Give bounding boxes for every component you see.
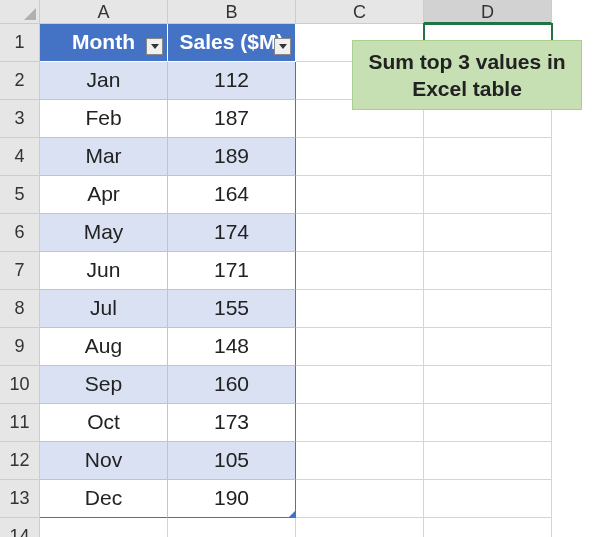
row-header-10[interactable]: 10 [0, 366, 40, 404]
row-header-12[interactable]: 12 [0, 442, 40, 480]
cell-D12[interactable] [424, 442, 552, 480]
cell-A11[interactable]: Oct [40, 404, 168, 442]
cell-A6[interactable]: May [40, 214, 168, 252]
cell-B10[interactable]: 160 [168, 366, 296, 404]
table-cell-month: Oct [87, 410, 120, 433]
table-header-month: Month [72, 30, 135, 53]
table-cell-sales: 187 [214, 106, 249, 129]
row-header-5[interactable]: 5 [0, 176, 40, 214]
cell-C8[interactable] [296, 290, 424, 328]
cell-B13[interactable]: 190 [168, 480, 296, 518]
cell-D7[interactable] [424, 252, 552, 290]
cell-D4[interactable] [424, 138, 552, 176]
cell-D14[interactable] [424, 518, 552, 537]
table-cell-sales: 171 [214, 258, 249, 281]
row-header-11[interactable]: 11 [0, 404, 40, 442]
filter-dropdown-icon[interactable] [274, 38, 291, 55]
row-header-9[interactable]: 9 [0, 328, 40, 366]
cell-A2[interactable]: Jan [40, 62, 168, 100]
row-header-2[interactable]: 2 [0, 62, 40, 100]
cell-B2[interactable]: 112 [168, 62, 296, 100]
cell-D9[interactable] [424, 328, 552, 366]
table-cell-sales: 164 [214, 182, 249, 205]
cell-B8[interactable]: 155 [168, 290, 296, 328]
cell-C10[interactable] [296, 366, 424, 404]
cell-A4[interactable]: Mar [40, 138, 168, 176]
table-cell-sales: 148 [214, 334, 249, 357]
table-cell-month: Apr [87, 182, 120, 205]
row-header-6[interactable]: 6 [0, 214, 40, 252]
col-header-A[interactable]: A [40, 0, 168, 24]
row-header-1[interactable]: 1 [0, 24, 40, 62]
row-header-8[interactable]: 8 [0, 290, 40, 328]
table-cell-month: Jun [87, 258, 121, 281]
select-all-corner[interactable] [0, 0, 40, 24]
cell-D6[interactable] [424, 214, 552, 252]
table-cell-month: Dec [85, 486, 122, 509]
table-cell-month: Aug [85, 334, 122, 357]
filter-dropdown-icon[interactable] [146, 38, 163, 55]
cell-D5[interactable] [424, 176, 552, 214]
cell-B7[interactable]: 171 [168, 252, 296, 290]
note-text: Sum top 3 values in Excel table [357, 48, 577, 103]
cell-A13[interactable]: Dec [40, 480, 168, 518]
cell-A9[interactable]: Aug [40, 328, 168, 366]
cell-B5[interactable]: 164 [168, 176, 296, 214]
cell-B4[interactable]: 189 [168, 138, 296, 176]
table-cell-sales: 105 [214, 448, 249, 471]
cell-A8[interactable]: Jul [40, 290, 168, 328]
cell-C13[interactable] [296, 480, 424, 518]
cell-D13[interactable] [424, 480, 552, 518]
cell-B1[interactable]: Sales ($M) [168, 24, 296, 62]
cell-A7[interactable]: Jun [40, 252, 168, 290]
table-cell-month: Sep [85, 372, 122, 395]
table-cell-sales: 160 [214, 372, 249, 395]
cell-C14[interactable] [296, 518, 424, 537]
cell-C6[interactable] [296, 214, 424, 252]
cell-A14[interactable] [40, 518, 168, 537]
col-header-C[interactable]: C [296, 0, 424, 24]
cell-A5[interactable]: Apr [40, 176, 168, 214]
row-header-14[interactable]: 14 [0, 518, 40, 537]
table-cell-month: Jul [90, 296, 117, 319]
cell-B6[interactable]: 174 [168, 214, 296, 252]
table-cell-sales: 112 [214, 68, 249, 91]
table-cell-sales: 174 [214, 220, 249, 243]
table-resize-handle[interactable] [288, 510, 296, 518]
table-cell-month: Jan [87, 68, 121, 91]
cell-C12[interactable] [296, 442, 424, 480]
table-cell-month: Feb [85, 106, 121, 129]
col-header-D[interactable]: D [424, 0, 552, 24]
table-cell-sales: 173 [214, 410, 249, 433]
row-header-4[interactable]: 4 [0, 138, 40, 176]
table-cell-month: Nov [85, 448, 122, 471]
note-box: Sum top 3 values in Excel table [352, 40, 582, 110]
cell-A12[interactable]: Nov [40, 442, 168, 480]
cell-A1[interactable]: Month [40, 24, 168, 62]
cell-A3[interactable]: Feb [40, 100, 168, 138]
row-header-13[interactable]: 13 [0, 480, 40, 518]
cell-C9[interactable] [296, 328, 424, 366]
cell-C5[interactable] [296, 176, 424, 214]
cell-C4[interactable] [296, 138, 424, 176]
cell-D11[interactable] [424, 404, 552, 442]
cell-C11[interactable] [296, 404, 424, 442]
table-cell-month: Mar [85, 144, 121, 167]
row-header-3[interactable]: 3 [0, 100, 40, 138]
table-cell-month: May [84, 220, 124, 243]
cell-C7[interactable] [296, 252, 424, 290]
cell-B11[interactable]: 173 [168, 404, 296, 442]
table-cell-sales: 190 [214, 486, 249, 509]
cell-B12[interactable]: 105 [168, 442, 296, 480]
cell-B3[interactable]: 187 [168, 100, 296, 138]
cell-A10[interactable]: Sep [40, 366, 168, 404]
cell-D8[interactable] [424, 290, 552, 328]
cell-B9[interactable]: 148 [168, 328, 296, 366]
table-cell-sales: 189 [214, 144, 249, 167]
cell-D10[interactable] [424, 366, 552, 404]
col-header-B[interactable]: B [168, 0, 296, 24]
cell-B14[interactable] [168, 518, 296, 537]
table-cell-sales: 155 [214, 296, 249, 319]
table-header-sales: Sales ($M) [180, 30, 284, 53]
row-header-7[interactable]: 7 [0, 252, 40, 290]
